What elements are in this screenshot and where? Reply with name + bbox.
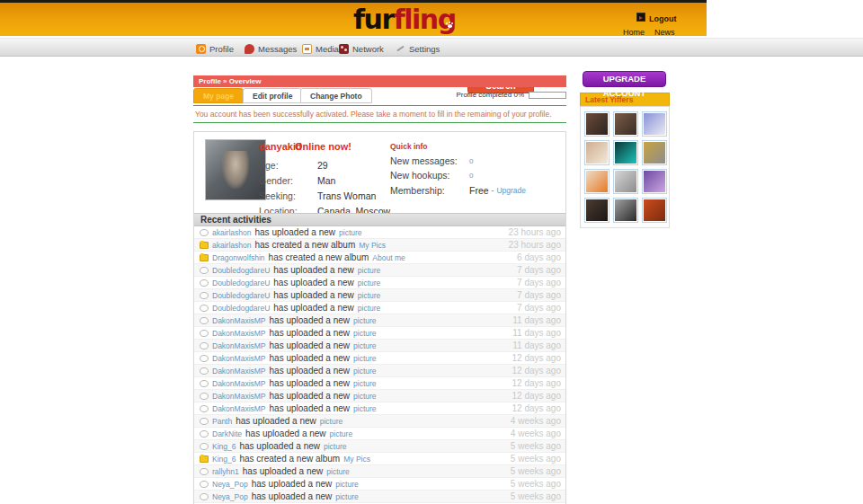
activity-object-link[interactable]: picture bbox=[326, 467, 350, 476]
member-avatar-gold-eagle-emblem[interactable] bbox=[642, 140, 667, 165]
upgrade-link[interactable]: Upgrade bbox=[496, 186, 526, 195]
activity-username-link[interactable]: DarkNite bbox=[212, 429, 242, 438]
field-label: Seeking: bbox=[259, 190, 317, 201]
activity-object-link[interactable]: picture bbox=[353, 354, 377, 363]
profile-photo[interactable] bbox=[205, 139, 266, 200]
activity-object-link[interactable]: picture bbox=[353, 392, 377, 401]
member-avatar-rabbit-brick-art[interactable] bbox=[584, 140, 609, 165]
activity-object-link[interactable]: picture bbox=[320, 417, 343, 426]
activity-timestamp: 12 days ago bbox=[512, 403, 562, 413]
activity-username-link[interactable]: Neya_Pop bbox=[212, 492, 248, 501]
activity-username-link[interactable]: akairlashon bbox=[212, 228, 251, 237]
activity-object-link[interactable]: About me bbox=[372, 253, 405, 262]
activity-username-link[interactable]: akairlashon bbox=[212, 241, 251, 250]
member-avatar-woman-photo[interactable] bbox=[584, 111, 609, 137]
activity-timestamp: 12 days ago bbox=[512, 391, 562, 401]
activity-action-text: has uploaded a new bbox=[236, 416, 316, 426]
activity-object-link[interactable]: picture bbox=[335, 492, 359, 501]
activity-object-link[interactable]: picture bbox=[358, 266, 381, 275]
activity-action-text: has uploaded a new bbox=[273, 265, 354, 275]
sidebar: UPGRADE ACCOUNT Latest Yiffers bbox=[580, 71, 670, 228]
logout-link[interactable]: Logout bbox=[649, 14, 677, 23]
activity-object-link[interactable]: picture bbox=[353, 341, 377, 350]
activity-username-link[interactable]: King_6 bbox=[212, 455, 236, 464]
activity-username-link[interactable]: King_6 bbox=[212, 442, 236, 451]
activity-object-link[interactable]: picture bbox=[339, 228, 362, 237]
activity-username-link[interactable]: DoubledogdareU bbox=[212, 291, 270, 300]
nav-item-media[interactable]: Media bbox=[302, 42, 339, 55]
member-avatar-blue-wolf-art[interactable] bbox=[642, 111, 667, 137]
nav-item-settings[interactable]: Settings bbox=[396, 42, 440, 55]
field-value: Man bbox=[317, 175, 335, 186]
member-avatar-grayscale-sketch[interactable] bbox=[613, 169, 638, 194]
activity-object-link[interactable]: picture bbox=[353, 316, 377, 325]
breadcrumb: Profile » Overview bbox=[193, 75, 566, 87]
comment-icon bbox=[200, 367, 209, 375]
profile-progress: Profile completed 0% bbox=[456, 91, 566, 99]
activity-username-link[interactable]: Panth bbox=[212, 417, 232, 426]
nav-item-profile[interactable]: Profile bbox=[196, 42, 234, 55]
activity-object-link[interactable]: picture bbox=[353, 379, 377, 388]
member-avatar-bw-dragon-art[interactable] bbox=[613, 198, 638, 223]
upgrade-account-button[interactable]: UPGRADE ACCOUNT bbox=[583, 71, 666, 87]
activity-username-link[interactable]: rallyhn1 bbox=[212, 467, 239, 476]
activity-username-link[interactable]: DakonMaxisMP bbox=[212, 379, 266, 388]
activity-username-link[interactable]: DakonMaxisMP bbox=[212, 329, 266, 338]
activity-object-link[interactable]: picture bbox=[358, 291, 381, 300]
field-value: Trans Woman bbox=[317, 190, 376, 201]
activity-username-link[interactable]: DakonMaxisMP bbox=[212, 404, 266, 413]
activity-timestamp: 7 days ago bbox=[517, 278, 561, 287]
comment-icon bbox=[200, 342, 209, 349]
tab-edit-profile[interactable]: Edit profile bbox=[243, 88, 302, 103]
member-avatar-red-furry-art[interactable] bbox=[642, 198, 667, 223]
activity-action-text: has uploaded a new bbox=[254, 227, 335, 237]
settings-icon bbox=[396, 44, 405, 54]
activity-username-link[interactable]: DakonMaxisMP bbox=[212, 316, 266, 325]
member-avatar-purple-hair-art[interactable] bbox=[642, 169, 667, 194]
activity-username-link[interactable]: Dragonwolfshin bbox=[212, 253, 265, 262]
activity-object-link[interactable]: picture bbox=[353, 404, 377, 413]
activity-object-link[interactable]: My Pics bbox=[359, 241, 386, 250]
nav-item-messages[interactable]: Messages bbox=[245, 42, 297, 55]
activity-timestamp: 4 weeks ago bbox=[511, 416, 561, 426]
logo[interactable]: furfling bbox=[353, 4, 456, 35]
membership-label: Membership: bbox=[390, 185, 469, 196]
album-icon bbox=[200, 455, 209, 463]
activity-object-link[interactable]: picture bbox=[358, 279, 381, 287]
activity-timestamp: 12 days ago bbox=[512, 366, 562, 376]
member-avatar-teal-eye-art[interactable] bbox=[613, 140, 638, 165]
activity-object-link[interactable]: picture bbox=[324, 442, 347, 451]
activity-row: DakonMaxisMP has uploaded a new picture … bbox=[194, 340, 565, 352]
activity-username-link[interactable]: DoubledogdareU bbox=[212, 279, 270, 287]
activity-object-link[interactable]: My Pics bbox=[343, 455, 370, 464]
activity-object-link[interactable]: picture bbox=[353, 367, 377, 376]
comment-icon bbox=[200, 430, 209, 438]
activity-object-link[interactable]: picture bbox=[335, 480, 359, 489]
activity-object-link[interactable]: picture bbox=[330, 429, 353, 438]
new-messages-count[interactable]: 0 bbox=[469, 157, 473, 165]
activity-action-text: has uploaded a new bbox=[270, 353, 351, 363]
activity-username-link[interactable]: DakonMaxisMP bbox=[212, 392, 266, 401]
activity-object-link[interactable]: picture bbox=[358, 304, 381, 313]
activity-object-link[interactable]: picture bbox=[353, 329, 377, 338]
member-avatar-man-selfie-photo[interactable] bbox=[613, 111, 638, 137]
activity-username-link[interactable]: DakonMaxisMP bbox=[212, 367, 266, 376]
member-avatar-orange-rabbit-art[interactable] bbox=[584, 169, 609, 194]
news-link[interactable]: News bbox=[654, 28, 675, 37]
tab-change-photo[interactable]: Change Photo bbox=[300, 88, 372, 103]
activity-action-text: has uploaded a new bbox=[252, 479, 333, 489]
activity-action-text: has uploaded a new bbox=[270, 328, 351, 338]
activity-timestamp: 12 days ago bbox=[512, 353, 562, 363]
nav-item-network[interactable]: Network bbox=[339, 42, 384, 55]
activity-timestamp: 5 weeks ago bbox=[511, 479, 561, 489]
activity-username-link[interactable]: DakonMaxisMP bbox=[212, 354, 266, 363]
member-avatar-man-photo[interactable] bbox=[584, 198, 609, 223]
tab-my-page[interactable]: My page bbox=[193, 88, 244, 103]
activity-username-link[interactable]: Neya_Pop bbox=[212, 480, 248, 489]
home-link[interactable]: Home bbox=[623, 28, 645, 37]
activity-username-link[interactable]: DoubledogdareU bbox=[212, 304, 270, 313]
activity-username-link[interactable]: DakonMaxisMP bbox=[212, 341, 266, 350]
new-hookups-count[interactable]: 0 bbox=[469, 172, 473, 180]
online-status: Online now! bbox=[295, 141, 351, 152]
activity-username-link[interactable]: DoubledogdareU bbox=[212, 266, 270, 275]
